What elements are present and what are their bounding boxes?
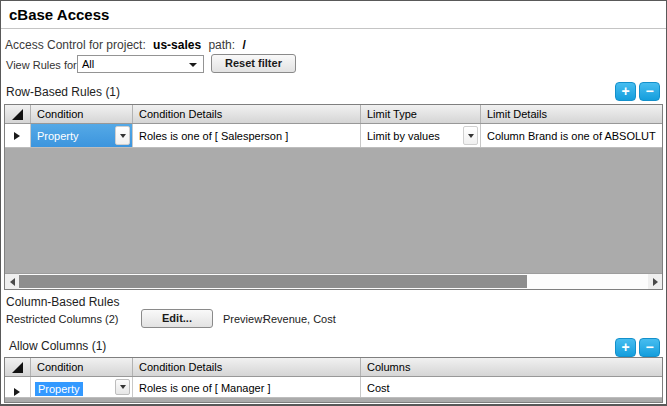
view-rules-dropdown[interactable]: All [77, 55, 204, 73]
condition-details-cell[interactable]: Roles is one of [ Salesperson ] [133, 124, 361, 147]
reset-filter-button[interactable]: Reset filter [211, 54, 296, 73]
add-allow-column-button[interactable]: + [615, 338, 636, 357]
limit-type-dropdown-button[interactable] [463, 126, 478, 145]
add-row-rule-button[interactable]: + [615, 82, 636, 101]
column-header-columns[interactable]: Columns [361, 358, 662, 376]
empty-grid-area [5, 148, 662, 273]
scroll-left-button[interactable] [5, 274, 19, 289]
column-header-condition-details[interactable]: Condition Details [133, 105, 361, 123]
row-selector[interactable] [5, 124, 31, 147]
view-rules-label: View Rules for: [6, 59, 80, 71]
condition-combobox-editing[interactable]: Property [31, 377, 133, 397]
select-all-button[interactable] [5, 105, 31, 123]
limit-details-cell[interactable]: Column Brand is one of ABSOLUT [481, 124, 662, 147]
chevron-down-icon [189, 63, 197, 67]
allow-columns-table-header: Condition Condition Details Columns [5, 358, 662, 377]
column-rules-section-title: Column-Based Rules [6, 295, 119, 309]
access-control-prefix: Access Control for project: [5, 38, 146, 52]
select-all-triangle-icon [12, 362, 23, 373]
limit-type-combobox[interactable]: Limit by values [361, 124, 481, 147]
access-control-line: Access Control for project: us-sales pat… [5, 38, 250, 52]
edit-restricted-columns-button[interactable]: Edit... [141, 309, 213, 328]
column-header-limit-details[interactable]: Limit Details [481, 105, 662, 123]
arrow-left-icon [10, 278, 15, 286]
preview-label: Preview: [223, 313, 265, 325]
condition-dropdown-button[interactable] [115, 379, 130, 395]
row-rules-section-title: Row-Based Rules (1) [6, 85, 120, 99]
allow-columns-table: Condition Condition Details Columns Prop… [4, 357, 663, 403]
preview-value: Revenue, Cost [263, 313, 336, 325]
chevron-down-icon [468, 134, 474, 138]
row-rules-toolbar: + − [615, 82, 660, 101]
scrollbar-thumb[interactable] [19, 275, 527, 288]
horizontal-scrollbar[interactable] [5, 273, 662, 289]
title-separator [1, 28, 666, 29]
view-rules-selected-value: All [82, 58, 94, 70]
column-header-limit-type[interactable]: Limit Type [361, 105, 481, 123]
scroll-right-button[interactable] [648, 274, 662, 289]
condition-dropdown-button[interactable] [115, 126, 130, 145]
row-selector[interactable] [5, 377, 31, 397]
select-all-triangle-icon [12, 109, 23, 120]
column-header-condition[interactable]: Condition [31, 105, 133, 123]
remove-allow-column-button[interactable]: − [639, 338, 660, 357]
path-value: / [242, 38, 245, 52]
restricted-columns-label: Restricted Columns (2) [6, 313, 118, 325]
table-row: Property Roles is one of [ Manager ] Cos… [5, 377, 662, 398]
allow-columns-section-title: Allow Columns (1) [9, 339, 106, 353]
select-all-button[interactable] [5, 358, 31, 376]
current-row-arrow-icon [14, 132, 20, 140]
arrow-right-icon [653, 278, 658, 286]
condition-combobox[interactable]: Property [31, 124, 133, 147]
condition-value: Property [37, 130, 79, 142]
path-label: path: [208, 38, 235, 52]
current-row-arrow-icon [14, 388, 20, 396]
row-rules-table: Condition Condition Details Limit Type L… [4, 104, 663, 290]
column-header-condition[interactable]: Condition [31, 358, 133, 376]
scrollbar-track[interactable] [19, 274, 648, 289]
table-row: Property Roles is one of [ Salesperson ]… [5, 124, 662, 148]
row-rules-table-header: Condition Condition Details Limit Type L… [5, 105, 662, 124]
limit-type-value: Limit by values [367, 130, 440, 142]
columns-cell[interactable]: Cost [361, 377, 662, 397]
condition-details-cell[interactable]: Roles is one of [ Manager ] [133, 377, 361, 397]
cbase-access-window: cBase Access Access Control for project:… [0, 0, 667, 406]
new-row-area [5, 398, 662, 402]
page-title: cBase Access [9, 6, 109, 23]
column-header-condition-details[interactable]: Condition Details [133, 358, 361, 376]
condition-selected-text: Property [35, 382, 83, 396]
chevron-down-icon [120, 385, 126, 389]
allow-columns-toolbar: + − [615, 338, 660, 357]
project-name: us-sales [153, 38, 201, 52]
chevron-down-icon [120, 134, 126, 138]
remove-row-rule-button[interactable]: − [639, 82, 660, 101]
